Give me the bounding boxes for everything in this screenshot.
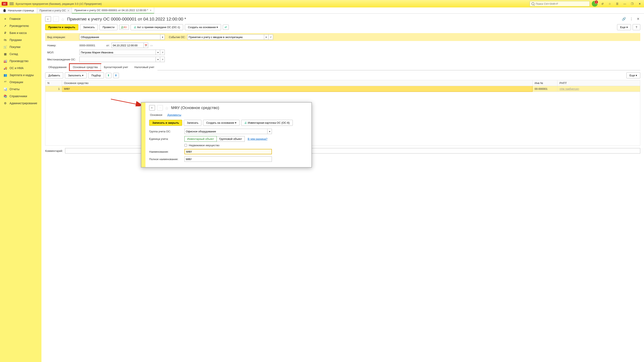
back-button[interactable]: ← xyxy=(45,16,51,22)
add-button[interactable]: Добавить xyxy=(45,72,63,78)
tab-fixed-assets[interactable]: Основные средства xyxy=(70,64,101,70)
tab-accounting[interactable]: Бухгалтерский учет xyxy=(101,64,131,70)
bag-icon: 🛍 xyxy=(3,38,7,42)
col-rnpt[interactable]: РНПТ xyxy=(558,80,640,86)
search-input[interactable] xyxy=(536,2,588,5)
close-icon[interactable]: × xyxy=(68,9,69,12)
dtkt-button[interactable]: ДтКт xyxy=(119,25,129,30)
cell-inv[interactable]: 00-000001 xyxy=(532,86,558,92)
popup-toolbar: Записать и закрыть Записать Создать на о… xyxy=(149,120,308,126)
tab-tax[interactable]: Налоговый учет xyxy=(131,64,158,70)
input-mol[interactable] xyxy=(79,50,156,55)
nav-purchases[interactable]: 🛒Покупки xyxy=(0,43,42,50)
open-icon[interactable]: ↗ xyxy=(160,50,165,55)
menu-icon[interactable] xyxy=(10,2,14,5)
notifications-badge[interactable] xyxy=(592,1,598,7)
popup-create-based-button[interactable]: Создать на основании ▾ xyxy=(203,120,240,126)
nav-warehouse[interactable]: ▦Склад xyxy=(0,50,42,57)
popup-save-close-button[interactable]: Записать и закрыть xyxy=(149,120,182,126)
nav-bank[interactable]: ₽Банк и касса xyxy=(0,29,42,36)
dropdown-icon[interactable]: ▾ xyxy=(156,57,160,62)
create-based-button[interactable]: Создать на основании ▾ xyxy=(185,24,221,30)
tab-os-acceptance-doc[interactable]: Принятие к учету ОС 0000-000001 от 04.10… xyxy=(72,7,154,13)
forward-button[interactable]: → xyxy=(53,16,59,22)
more-table-button[interactable]: Еще ▾ xyxy=(626,72,640,78)
history-icon[interactable]: ↺ xyxy=(600,1,605,6)
nav-payroll[interactable]: 👥Зарплата и кадры xyxy=(0,72,42,79)
input-op-type[interactable] xyxy=(79,34,160,40)
toggle-inventory[interactable]: Инвентарный объект xyxy=(184,136,217,142)
favorite-icon[interactable]: ☆ xyxy=(607,1,612,6)
nav-catalogs[interactable]: 📚Справочники xyxy=(0,93,42,100)
popup-card-button[interactable]: 🖨 Инвентарная карточка ОС (ОС-6) xyxy=(241,120,293,126)
save-button[interactable]: Записать xyxy=(80,24,98,30)
cell-rnpt[interactable]: <Не требуется> xyxy=(558,86,640,92)
open-icon[interactable]: ↗ xyxy=(160,57,165,62)
checkbox-realty[interactable] xyxy=(184,144,187,147)
tab-equipment[interactable]: Оборудование xyxy=(45,64,70,70)
col-asset[interactable]: Основное средство xyxy=(62,80,532,86)
input-name[interactable] xyxy=(184,149,272,154)
nav-manager[interactable]: ↗Руководителю xyxy=(0,22,42,29)
maximize-icon[interactable]: ❐ xyxy=(630,1,635,6)
input-fullname[interactable] xyxy=(184,156,272,162)
tab-os-acceptance[interactable]: Принятие к учету ОС × xyxy=(37,7,72,13)
star-icon[interactable]: ☆ xyxy=(165,106,169,110)
open-icon[interactable]: ↗ xyxy=(268,34,273,40)
cell-asset[interactable]: МФУ xyxy=(62,86,532,92)
input-group[interactable] xyxy=(184,129,267,134)
col-n[interactable]: N xyxy=(46,80,62,86)
nav-production[interactable]: 🏭Производство xyxy=(0,57,42,65)
nav-operations[interactable]: ᴬᵀОперации xyxy=(0,79,42,86)
more-icon[interactable]: ⋮ xyxy=(629,16,634,22)
move-down-button[interactable]: ⬇ xyxy=(113,73,119,78)
post-and-close-button[interactable]: Провести и закрыть xyxy=(45,24,78,30)
panel-icon[interactable]: ☰ xyxy=(614,1,620,6)
calendar-detail-icon[interactable]: ▭ xyxy=(150,44,153,47)
popup-save-button[interactable]: Записать xyxy=(184,120,202,126)
more-button[interactable]: Еще ▾ xyxy=(617,24,631,30)
nav-reports[interactable]: 📊Отчеты xyxy=(0,86,42,93)
table-row[interactable]: 1 МФУ 00-000001 <Не требуется> xyxy=(46,86,640,92)
nav-main[interactable]: ≡Главное xyxy=(0,15,42,22)
titlebar: 1C Бухгалтерия предприятия (базовая), ре… xyxy=(0,0,644,7)
dropdown-icon[interactable]: ▾ xyxy=(267,129,272,134)
forward-button[interactable]: → xyxy=(157,105,163,110)
close-window-icon[interactable]: ✕ xyxy=(637,1,642,6)
link-icon[interactable]: 🔗 xyxy=(621,16,627,22)
pick-button[interactable]: Подбор xyxy=(88,72,104,78)
more-label: Еще xyxy=(620,26,626,29)
close-icon[interactable]: × xyxy=(150,9,152,12)
minimize-icon[interactable]: — xyxy=(622,1,628,6)
post-button[interactable]: Провести xyxy=(100,24,118,30)
move-up-button[interactable]: ⬆ xyxy=(106,73,112,78)
nav-admin[interactable]: ⚙Администрирование xyxy=(0,100,42,107)
home-tab[interactable]: Начальная страница xyxy=(0,7,37,13)
help-button[interactable]: ? xyxy=(632,24,640,30)
dropdown-icon[interactable]: ▾ xyxy=(156,50,160,55)
star-icon[interactable]: ☆ xyxy=(61,17,65,21)
logo-1c: 1C xyxy=(2,2,8,5)
dropdown-icon[interactable]: ▾ xyxy=(160,34,165,40)
popup-tab-main[interactable]: Основное xyxy=(150,113,162,117)
input-date[interactable] xyxy=(112,43,144,48)
input-location[interactable] xyxy=(79,57,156,62)
row-unit: Единица учета: Инвентарный объект Группо… xyxy=(149,136,308,142)
close-icon[interactable]: ✕ xyxy=(636,16,640,22)
back-button[interactable]: ← xyxy=(149,105,155,110)
nav-sales[interactable]: 🛍Продажи xyxy=(0,36,42,43)
nav-assets[interactable]: 🚚ОС и НМА xyxy=(0,65,42,72)
print-act-button[interactable]: 🖨 Акт о приеме-передаче ОС (ОС-1) xyxy=(130,24,183,30)
toggle-group-object[interactable]: Групповой объект xyxy=(217,136,245,142)
rnpt-link[interactable]: <Не требуется> xyxy=(560,87,579,90)
input-event[interactable] xyxy=(187,34,264,40)
fill-button[interactable]: Заполнить ▾ xyxy=(65,72,86,78)
dropdown-icon[interactable]: ▾ xyxy=(264,34,268,40)
cell-n[interactable]: 1 xyxy=(46,86,62,92)
calendar-icon[interactable]: 📅 xyxy=(144,43,148,48)
global-search[interactable] xyxy=(530,1,590,6)
col-inv[interactable]: Инв № xyxy=(532,80,558,86)
popup-tab-docs[interactable]: Документы xyxy=(168,113,181,117)
help-link[interactable]: В чем разница? xyxy=(248,137,267,141)
structure-button[interactable]: ⇄ xyxy=(223,25,229,30)
